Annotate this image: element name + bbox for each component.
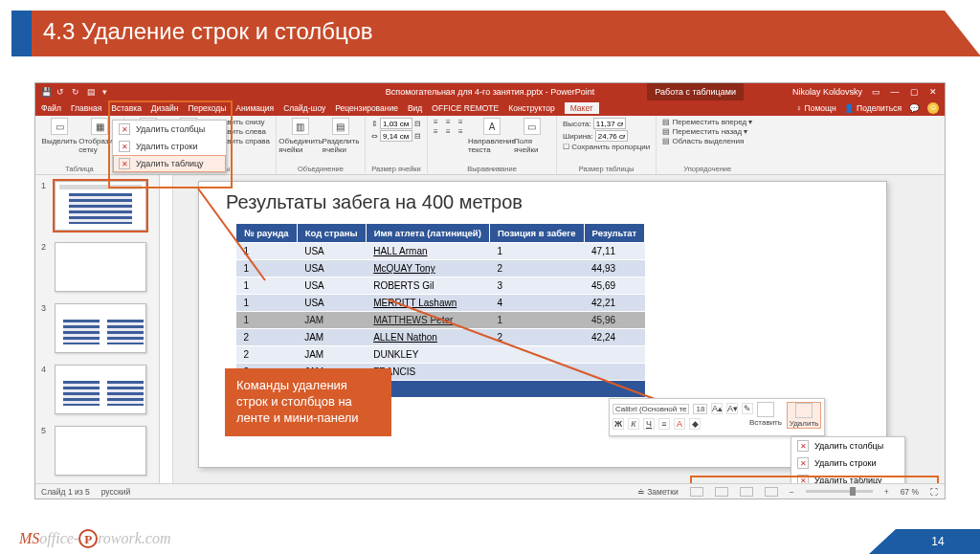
normal-view-icon[interactable] — [690, 487, 703, 497]
delete-columns[interactable]: ✕Удалить столбцы — [113, 121, 226, 138]
ribbon-group-alignment: ≡≡≡≡≡≡ AНаправление текста ▭Поля ячейки … — [428, 116, 557, 174]
italic-icon[interactable]: К — [628, 418, 639, 430]
slide-canvas[interactable]: Результаты забега на 400 метров № раунда… — [160, 175, 945, 483]
thumbnail-2[interactable]: 2 — [41, 242, 153, 292]
ribbon-options-icon[interactable]: ▭ — [870, 87, 881, 97]
slide-thumbnails: 1 2 3 4 5 — [35, 175, 160, 483]
delete-rows[interactable]: ✕Удалить строки — [113, 138, 226, 155]
tab-constructor[interactable]: Конструктор — [508, 103, 554, 113]
delete-table[interactable]: ✕Удалить таблицу — [113, 155, 226, 172]
page-number: 14 — [896, 529, 980, 554]
fit-to-window-icon[interactable]: ⛶ — [930, 487, 939, 497]
select-button[interactable]: ▭Выделить — [41, 118, 78, 145]
ribbon-group-cell-size: ⇕ ⊟ ⇔ ⊟ Размер ячейки — [366, 116, 428, 174]
tab-show[interactable]: Слайд-шоу — [283, 103, 325, 113]
cell-margins-button[interactable]: ▭Поля ячейки — [514, 118, 550, 154]
row-height[interactable]: ⇕ ⊟ — [371, 118, 421, 129]
thumbnail-1[interactable]: 1 — [41, 181, 153, 231]
ctx-delete-columns[interactable]: ✕Удалить столбцы — [791, 437, 904, 454]
thumbnail-4[interactable]: 4 — [41, 365, 153, 414]
send-backward[interactable]: ▤ Переместить назад ▾ — [662, 127, 752, 136]
tab-review[interactable]: Рецензирование — [335, 103, 398, 113]
maximize-button[interactable]: ▢ — [908, 87, 920, 97]
ribbon-group-merge: ▥Объединить ячейки ▤Разделить ячейки Объ… — [277, 116, 366, 174]
sorter-view-icon[interactable] — [715, 487, 728, 497]
comments-icon[interactable]: 💬 — [909, 103, 920, 113]
reading-view-icon[interactable] — [740, 487, 753, 497]
mini-delete-button[interactable]: Удалить — [787, 402, 821, 429]
contextual-tab-label: Работа с таблицами — [647, 83, 744, 100]
svg-line-0 — [198, 188, 265, 280]
ctx-delete-rows[interactable]: ✕Удалить строки — [791, 454, 904, 472]
slideshow-view-icon[interactable] — [765, 487, 778, 497]
footer-logo: MSoffice-Prowork.com — [19, 529, 171, 548]
ribbon-group-arrange: ▤ Переместить вперед ▾ ▤ Переместить наз… — [657, 116, 758, 174]
align-buttons[interactable]: ≡≡≡≡≡≡ — [434, 118, 470, 136]
status-bar: Слайд 1 из 5 русский ≐ Заметки − + 67 % … — [35, 483, 945, 499]
share-button[interactable]: 👤 Поделиться — [844, 103, 902, 113]
shrink-font-icon[interactable]: A▾ — [726, 403, 738, 414]
fill-color-icon[interactable]: ◆ — [689, 418, 701, 430]
mini-toolbar[interactable]: Calibri (Основной те 18 A▴ A▾ ✎ Ж К Ч ≡ … — [609, 398, 825, 436]
tab-design[interactable]: Дизайн — [151, 103, 179, 113]
zoom-level[interactable]: 67 % — [901, 487, 919, 497]
language[interactable]: русский — [101, 487, 131, 497]
close-button[interactable]: ✕ — [927, 87, 939, 97]
bring-forward[interactable]: ▤ Переместить вперед ▾ — [662, 118, 752, 126]
tab-file[interactable]: Файл — [41, 103, 61, 113]
ribbon: ▭Выделить ▦Отобразить сетку Таблица ✕Уда… — [35, 116, 945, 175]
merge-cells-button[interactable]: ▥Объединить ячейки — [282, 118, 319, 154]
font-color-icon[interactable]: A — [674, 418, 685, 430]
tab-anim[interactable]: Анимация — [235, 103, 274, 113]
table-height[interactable]: Высота: — [563, 118, 650, 129]
lock-aspect[interactable]: ☐ Сохранить пропорции — [563, 143, 650, 151]
font-size[interactable]: 18 — [693, 404, 707, 414]
slide-title-bar: 4.3 Удаление строк и столбцов — [0, 11, 980, 60]
tab-layout[interactable]: Макет — [565, 102, 599, 114]
tab-home[interactable]: Главная — [71, 103, 101, 113]
user-name[interactable]: Nikolay Koldovsky — [792, 87, 862, 97]
context-delete-dropdown: ✕Удалить столбцы ✕Удалить строки ✕Удалит… — [791, 436, 905, 483]
selection-pane[interactable]: ▤ Область выделения — [662, 137, 752, 145]
tab-view[interactable]: Вид — [408, 103, 422, 113]
bold-icon[interactable]: Ж — [612, 418, 624, 430]
align-icon[interactable]: ≡ — [658, 418, 670, 430]
powerpoint-window: 💾↺↻▤▾ Вспомогательная для 4-го занятия.p… — [34, 82, 946, 499]
delete-dropdown: ✕Удалить столбцы ✕Удалить строки ✕Удалит… — [112, 120, 227, 173]
grow-font-icon[interactable]: A▴ — [711, 403, 723, 414]
title-bar: 💾↺↻▤▾ Вспомогательная для 4-го занятия.p… — [35, 83, 945, 100]
ribbon-tabs: Файл Главная Вставка Дизайн Переходы Ани… — [35, 100, 945, 116]
thumbnail-5[interactable]: 5 — [41, 426, 153, 476]
table-width[interactable]: Ширина: — [563, 130, 650, 142]
underline-icon[interactable]: Ч — [643, 418, 655, 430]
zoom-in[interactable]: + — [884, 487, 889, 497]
ribbon-group-table-size: Высота: Ширина: ☐ Сохранить пропорции Ра… — [557, 116, 657, 174]
tab-remote[interactable]: OFFICE REMOTE — [432, 103, 499, 113]
tab-insert[interactable]: Вставка — [111, 103, 142, 113]
text-direction-button[interactable]: AНаправление текста — [474, 118, 510, 154]
zoom-slider[interactable] — [806, 490, 873, 493]
notes-button[interactable]: ≐ Заметки — [637, 487, 679, 497]
mini-insert-button[interactable]: Вставить — [748, 402, 783, 429]
col-width[interactable]: ⇔ ⊟ — [371, 130, 421, 142]
thumbnail-3[interactable]: 3 — [41, 303, 153, 353]
svg-line-1 — [388, 299, 696, 414]
zoom-out[interactable]: − — [790, 487, 794, 497]
tell-me[interactable]: ♀ Помощн — [796, 103, 836, 113]
slide-counter[interactable]: Слайд 1 из 5 — [41, 487, 90, 497]
slide-title: 4.3 Удаление строк и столбцов — [32, 11, 980, 56]
ctx-delete-table[interactable]: ✕Удалить таблицу — [791, 472, 904, 483]
smiley-icon[interactable]: ☺ — [927, 102, 939, 114]
font-name[interactable]: Calibri (Основной те — [612, 404, 689, 414]
minimize-button[interactable]: — — [889, 87, 901, 97]
split-cells-button[interactable]: ▤Разделить ячейки — [323, 118, 359, 154]
tab-trans[interactable]: Переходы — [188, 103, 226, 113]
annotation-callout: Команды удаления строк и столбцов на лен… — [225, 368, 391, 436]
